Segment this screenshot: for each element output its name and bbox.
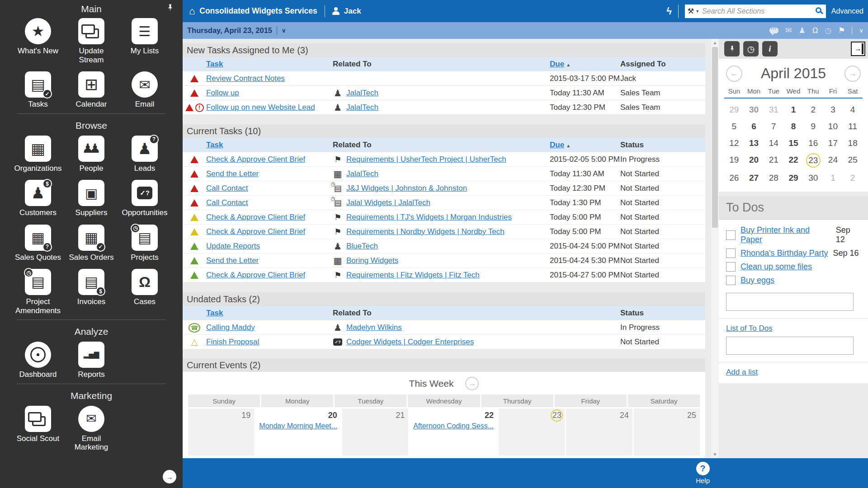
task-link[interactable]: Call Contact bbox=[206, 198, 333, 207]
task-link[interactable]: Finish Proposal bbox=[206, 338, 333, 347]
calendar-day[interactable]: 30 bbox=[744, 103, 764, 116]
sidebar-item-invoices[interactable]: $ Invoices bbox=[65, 269, 118, 315]
task-link[interactable]: Review Contract Notes bbox=[206, 74, 333, 83]
event-link[interactable]: Afternoon Coding Sess... bbox=[413, 422, 494, 430]
calendar-day[interactable]: 29 bbox=[783, 171, 803, 184]
calendar-day[interactable]: 7 bbox=[764, 120, 783, 133]
related-link[interactable]: Madelyn Wilkins bbox=[346, 323, 402, 332]
sidebar-item-opportunities[interactable]: Opportunities bbox=[118, 180, 171, 217]
sidebar-item-my-lists[interactable]: My Lists bbox=[118, 18, 171, 64]
todo-checkbox[interactable] bbox=[726, 276, 736, 285]
related-link[interactable]: Codger Widgets | Codger Enterprises bbox=[346, 338, 474, 347]
calendar-day[interactable]: 25 bbox=[843, 153, 863, 166]
sidebar-item-whats-new[interactable]: What's New bbox=[11, 18, 65, 64]
task-link[interactable]: Check & Approve Client Brief bbox=[206, 271, 333, 280]
calendar-day[interactable]: 24 bbox=[823, 153, 843, 166]
sidebar-item-tasks[interactable]: ✓ Tasks bbox=[11, 71, 65, 109]
headset-icon[interactable]: Ω bbox=[812, 26, 818, 35]
calendar-day[interactable]: 23 bbox=[806, 153, 821, 168]
search-input[interactable] bbox=[702, 7, 814, 15]
sidebar-item-project-amendments[interactable]: ◷ Project Amendments bbox=[11, 269, 65, 315]
exit-panel-icon[interactable]: → bbox=[851, 42, 865, 56]
mail-icon[interactable]: ✉ bbox=[785, 26, 792, 35]
calendar-day[interactable]: 13 bbox=[744, 136, 764, 150]
todo-checkbox[interactable] bbox=[726, 230, 736, 240]
calendar-day[interactable]: 18 bbox=[843, 136, 863, 150]
todo-link[interactable]: Buy eggs bbox=[741, 276, 774, 285]
task-link[interactable]: Check & Approve Client Brief bbox=[206, 155, 333, 164]
task-link[interactable]: Call Contact bbox=[206, 184, 333, 193]
prev-month-icon[interactable]: ← bbox=[726, 66, 742, 82]
related-link[interactable]: Requirements | UsherTech Project | Usher… bbox=[346, 155, 506, 164]
calendar-day[interactable]: 10 bbox=[823, 120, 843, 133]
sidebar-item-projects[interactable]: ◷ Projects bbox=[118, 225, 171, 262]
calendar-day[interactable]: 1 bbox=[823, 171, 843, 184]
calendar-day[interactable]: 26 bbox=[724, 171, 744, 184]
sidebar-item-sales-quotes[interactable]: ? Sales Quotes bbox=[11, 225, 65, 262]
sidebar-item-dashboard[interactable]: Dashboard bbox=[11, 342, 65, 379]
calendar-day[interactable]: 28 bbox=[764, 171, 783, 184]
sidebar-item-people[interactable]: People bbox=[65, 136, 118, 173]
sidebar-item-social-scout[interactable]: Social Scout bbox=[11, 406, 65, 452]
calendar-day[interactable]: 9 bbox=[803, 120, 823, 133]
sidebar-item-email[interactable]: Email bbox=[118, 71, 171, 109]
calendar-day[interactable]: 29 bbox=[724, 103, 744, 116]
column-header-task[interactable]: Task bbox=[206, 60, 333, 69]
lightning-icon[interactable]: ϟ bbox=[666, 5, 672, 17]
calendar-day[interactable]: 30 bbox=[803, 171, 823, 184]
related-link[interactable]: JalalTech bbox=[346, 103, 378, 112]
calendar-day[interactable]: 15 bbox=[783, 136, 803, 150]
task-link[interactable]: Update Reports bbox=[206, 242, 333, 251]
related-link[interactable]: Requirements | Nordby Widgets | Nordby T… bbox=[346, 227, 505, 236]
sidebar-item-organizations[interactable]: Organizations bbox=[11, 136, 65, 173]
related-link[interactable]: Jalal Widgets | JalalTech bbox=[346, 198, 430, 207]
task-link[interactable]: Send the Letter bbox=[206, 256, 333, 265]
calendar-day[interactable]: 21 bbox=[764, 153, 783, 166]
calendar-day[interactable]: 4 bbox=[843, 103, 863, 116]
column-header-due[interactable]: Due bbox=[550, 60, 564, 68]
related-link[interactable]: JalalTech bbox=[346, 169, 378, 178]
calendar-day[interactable]: 2 bbox=[843, 171, 863, 184]
related-link[interactable]: J&J Widgets | Johnston & Johnston bbox=[346, 184, 467, 193]
app-title[interactable]: Consolidated Widgets Services bbox=[199, 6, 317, 16]
chevron-down-icon[interactable]: ∨ bbox=[859, 27, 863, 34]
sidebar-item-customers[interactable]: $ Customers bbox=[11, 180, 65, 217]
todo-checkbox[interactable] bbox=[726, 249, 736, 258]
sidebar-item-email-marketing[interactable]: Email Marketing bbox=[65, 406, 118, 452]
user-help-icon[interactable]: ♟ bbox=[798, 26, 805, 35]
sidebar-item-reports[interactable]: Reports bbox=[65, 342, 118, 379]
task-link[interactable]: Calling Maddy bbox=[206, 323, 333, 332]
advanced-search-link[interactable]: Advanced bbox=[831, 7, 863, 15]
pin-tool-button[interactable] bbox=[724, 41, 740, 56]
todo-list-input[interactable] bbox=[726, 337, 854, 355]
column-header-due[interactable]: Due bbox=[550, 141, 564, 149]
flag-icon[interactable]: ⚑ bbox=[838, 26, 845, 35]
pin-icon[interactable] bbox=[166, 4, 175, 14]
related-link[interactable]: Requirements | Fitz Widgets | Fitz Tech bbox=[346, 271, 480, 280]
scroll-up-icon[interactable]: ▲ bbox=[711, 40, 719, 45]
task-link[interactable]: Check & Approve Client Brief bbox=[206, 213, 333, 222]
column-header-task[interactable]: Task bbox=[206, 141, 333, 150]
list-of-todos-link[interactable]: List of To Dos bbox=[726, 324, 861, 333]
info-tool-button[interactable]: i bbox=[762, 41, 778, 56]
sidebar-item-cases[interactable]: Cases bbox=[118, 269, 171, 315]
new-todo-input[interactable] bbox=[726, 293, 854, 311]
sidebar-collapse-button[interactable]: → bbox=[163, 470, 176, 483]
next-month-icon[interactable]: → bbox=[844, 66, 861, 82]
scroll-down-icon[interactable]: ▼ bbox=[711, 452, 719, 457]
calendar-day[interactable]: 3 bbox=[823, 103, 843, 116]
column-header-task[interactable]: Task bbox=[206, 309, 333, 318]
task-link[interactable]: Send the Letter bbox=[206, 169, 333, 178]
sidebar-item-suppliers[interactable]: Suppliers bbox=[65, 180, 118, 217]
related-link[interactable]: BlueTech bbox=[346, 242, 378, 251]
calendar-day[interactable]: 17 bbox=[823, 136, 843, 150]
calendar-day[interactable]: 8 bbox=[783, 120, 803, 133]
todo-link[interactable]: Clean up some files bbox=[741, 262, 812, 272]
calendar-day[interactable]: 6 bbox=[744, 120, 764, 133]
todo-checkbox[interactable] bbox=[726, 262, 736, 272]
date-dropdown-caret-icon[interactable]: ∨ bbox=[282, 27, 286, 34]
help-button[interactable]: ? Help bbox=[696, 462, 710, 484]
task-link[interactable]: Follow up bbox=[206, 89, 333, 98]
calendar-day[interactable]: 12 bbox=[724, 136, 744, 150]
sidebar-item-update-stream[interactable]: Update Stream bbox=[65, 18, 118, 64]
